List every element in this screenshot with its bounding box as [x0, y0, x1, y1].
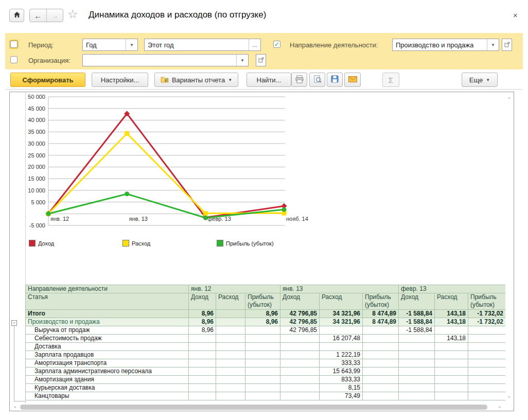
period-type-select[interactable]: Год ▼ — [82, 39, 138, 51]
table-cell[interactable] — [216, 351, 245, 359]
table-cell[interactable] — [189, 384, 216, 392]
forward-button[interactable]: → — [47, 9, 63, 22]
table-header-cell[interactable]: Доход — [399, 293, 435, 310]
table-cell[interactable] — [189, 376, 216, 384]
chevron-down-icon[interactable]: ▼ — [487, 39, 499, 50]
save-button[interactable] — [327, 73, 343, 87]
table-cell[interactable] — [435, 367, 468, 376]
table-cell[interactable] — [363, 335, 399, 343]
table-cell[interactable] — [280, 384, 320, 392]
table-row-label[interactable]: Амортизация транспорта — [26, 359, 189, 367]
table-cell[interactable] — [245, 392, 280, 400]
collapse-group-button[interactable]: − — [11, 320, 17, 326]
table-cell[interactable] — [189, 359, 216, 367]
table-cell[interactable]: -1 732,02 — [468, 318, 506, 326]
table-header-cell[interactable]: Прибыль (убыток) — [245, 293, 280, 310]
vertical-scrollbar[interactable]: ▲ ▼ — [505, 93, 514, 404]
table-cell[interactable] — [399, 359, 435, 367]
table-cell[interactable] — [245, 351, 280, 359]
table-cell[interactable] — [468, 392, 506, 400]
print-preview-button[interactable] — [309, 73, 325, 87]
table-header-cell[interactable]: Расход — [435, 293, 468, 310]
table-cell[interactable] — [435, 376, 468, 384]
table-cell[interactable] — [435, 326, 468, 335]
chevron-down-icon[interactable]: ▼ — [126, 39, 137, 50]
table-header-cell[interactable]: Доход — [189, 293, 216, 310]
table-cell[interactable] — [363, 392, 399, 400]
table-cell[interactable] — [280, 351, 320, 359]
table-cell[interactable]: 8 474,89 — [363, 318, 399, 326]
table-cell[interactable] — [435, 351, 468, 359]
table-cell[interactable]: 1 222,19 — [320, 351, 363, 359]
table-cell[interactable] — [216, 376, 245, 384]
table-cell[interactable]: 333,33 — [320, 359, 363, 367]
back-button[interactable]: ← — [30, 9, 47, 22]
find-button[interactable]: Найти... — [247, 73, 291, 87]
horizontal-scrollbar[interactable]: ◄ ► — [10, 404, 514, 411]
table-cell[interactable] — [245, 367, 280, 376]
period-checkbox[interactable] — [10, 41, 17, 48]
table-cell[interactable] — [189, 351, 216, 359]
table-cell[interactable] — [399, 384, 435, 392]
table-cell[interactable] — [399, 351, 435, 359]
table-header-cell[interactable]: Прибыль (убыток) — [468, 293, 506, 310]
table-cell[interactable] — [245, 343, 280, 351]
table-cell[interactable]: 16 207,48 — [320, 335, 363, 343]
table-row-label[interactable]: Канцтовары — [26, 392, 189, 400]
table-cell[interactable] — [363, 376, 399, 384]
table-cell[interactable] — [435, 343, 468, 351]
table-cell[interactable] — [435, 384, 468, 392]
table-cell[interactable] — [468, 351, 506, 359]
table-cell[interactable] — [280, 335, 320, 343]
table-cell[interactable] — [468, 343, 506, 351]
table-cell[interactable] — [189, 335, 216, 343]
favorite-star-icon[interactable]: ☆ — [67, 7, 78, 21]
table-cell[interactable]: 8,96 — [245, 318, 280, 326]
more-button[interactable]: Еще ▼ — [462, 73, 498, 87]
table-cell[interactable] — [216, 343, 245, 351]
sum-button[interactable]: Σ — [382, 73, 399, 87]
table-cell[interactable]: 73,49 — [320, 392, 363, 400]
table-cell[interactable] — [245, 384, 280, 392]
table-cell[interactable] — [216, 392, 245, 400]
table-cell[interactable] — [320, 343, 363, 351]
table-cell[interactable] — [468, 367, 506, 376]
table-cell[interactable] — [468, 326, 506, 335]
period-value-input[interactable]: ... — [144, 39, 261, 51]
table-cell[interactable]: 15 643,99 — [320, 367, 363, 376]
table-cell[interactable] — [189, 343, 216, 351]
report-variants-button[interactable]: Варианты отчета ▼ — [154, 73, 238, 87]
table-cell[interactable] — [216, 318, 245, 326]
generate-button[interactable]: Сформировать — [10, 73, 85, 87]
table-header-cell[interactable]: Расход — [216, 293, 245, 310]
table-cell[interactable] — [435, 392, 468, 400]
table-cell[interactable] — [216, 310, 245, 318]
table-cell[interactable] — [363, 343, 399, 351]
table-cell[interactable] — [245, 326, 280, 335]
table-row-label[interactable]: Производство и продажа — [26, 318, 189, 326]
table-header-cell[interactable]: Прибыль (убыток) — [363, 293, 399, 310]
table-cell[interactable] — [216, 359, 245, 367]
table-row-label[interactable]: Курьерская доставка — [26, 384, 189, 392]
table-cell[interactable] — [189, 392, 216, 400]
table-cell[interactable] — [363, 351, 399, 359]
business-line-checkbox[interactable] — [273, 41, 280, 48]
table-cell[interactable]: 143,18 — [435, 318, 468, 326]
table-row-label[interactable]: Доставка — [26, 343, 189, 351]
table-cell[interactable]: -1 588,84 — [399, 310, 435, 318]
table-cell[interactable]: 34 321,96 — [320, 318, 363, 326]
table-cell[interactable]: -1 588,84 — [399, 318, 435, 326]
scroll-up-icon[interactable]: ▲ — [507, 96, 511, 99]
table-cell[interactable] — [363, 367, 399, 376]
table-cell[interactable] — [189, 367, 216, 376]
organization-checkbox[interactable] — [10, 56, 17, 63]
table-cell[interactable] — [280, 343, 320, 351]
table-cell[interactable] — [363, 326, 399, 335]
scrollbar-thumb[interactable] — [20, 405, 487, 410]
table-cell[interactable] — [363, 384, 399, 392]
settings-button[interactable]: Настройки... — [92, 73, 148, 87]
table-cell[interactable] — [399, 343, 435, 351]
table-cell[interactable]: -1 588,84 — [399, 326, 435, 335]
table-cell[interactable]: 34 321,96 — [320, 310, 363, 318]
table-cell[interactable]: 8,96 — [189, 318, 216, 326]
